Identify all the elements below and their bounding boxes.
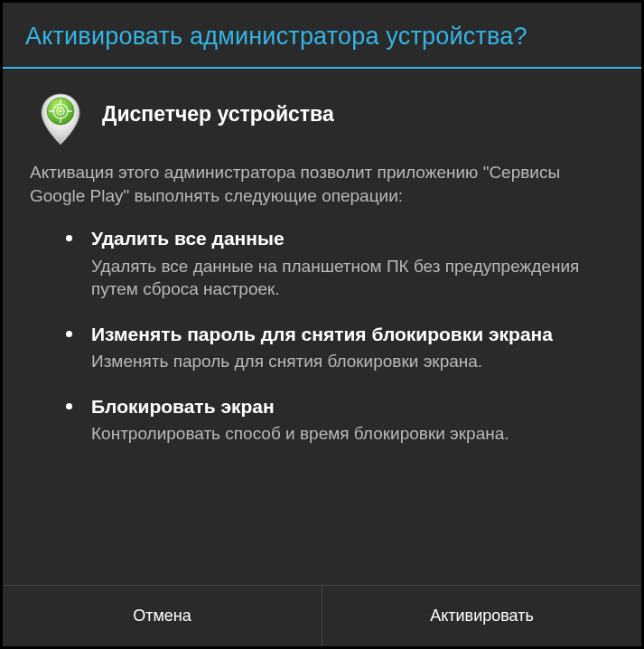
dialog-title: Активировать администратора устройства?	[25, 23, 619, 51]
permission-title: Удалить все данные	[91, 227, 614, 250]
permissions-list: Удалить все данные Удалять все данные на…	[30, 227, 614, 445]
permission-title: Блокировать экран	[91, 395, 614, 419]
button-bar: Отмена Активировать	[3, 585, 641, 646]
device-manager-icon	[39, 92, 82, 136]
permission-desc: Удалять все данные на планшетном ПК без …	[91, 255, 614, 301]
permission-item: Изменять пароль для снятия блокировки эк…	[66, 323, 614, 373]
permission-item: Удалить все данные Удалять все данные на…	[66, 227, 614, 301]
device-admin-dialog: Активировать администратора устройства?	[0, 0, 644, 649]
permission-item: Блокировать экран Контролировать способ …	[66, 395, 614, 446]
permission-title: Изменять пароль для снятия блокировки эк…	[91, 323, 614, 346]
intro-text: Активация этого администратора позволит …	[30, 161, 614, 207]
app-row: Диспетчер устройства	[39, 92, 614, 136]
permission-desc: Контролировать способ и время блокировки…	[91, 422, 614, 446]
dialog-header: Активировать администратора устройства?	[3, 3, 641, 67]
app-name: Диспетчер устройства	[102, 102, 334, 127]
dialog-content: Диспетчер устройства Активация этого адм…	[3, 69, 641, 585]
cancel-button[interactable]: Отмена	[3, 586, 322, 646]
activate-button[interactable]: Активировать	[322, 586, 641, 646]
permission-desc: Изменять пароль для снятия блокировки эк…	[91, 350, 614, 373]
svg-point-7	[59, 109, 61, 112]
